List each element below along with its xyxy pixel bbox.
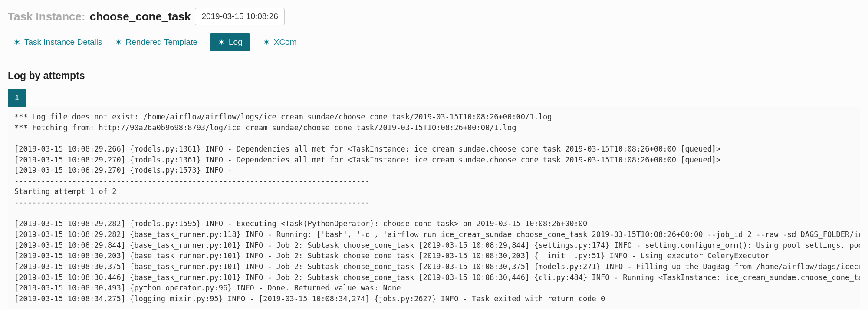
tab-label: Log (229, 37, 243, 47)
tab-rendered-template[interactable]: Rendered Template (115, 37, 197, 47)
attempt-tabs: 1 (8, 89, 860, 107)
task-instance-header: Task Instance: choose_cone_task 2019-03-… (8, 8, 860, 25)
attempt-tab-1[interactable]: 1 (8, 89, 26, 107)
execution-date-input[interactable]: 2019-03-15 10:08:26 (195, 8, 284, 25)
header-label: Task Instance: (8, 10, 85, 23)
tab-label: Task Instance Details (24, 37, 102, 47)
tab-label: Rendered Template (126, 37, 197, 47)
log-content: *** Log file does not exist: /home/airfl… (14, 112, 854, 304)
asterisk-icon (217, 38, 225, 46)
log-section-title: Log by attempts (8, 70, 860, 82)
asterisk-icon (115, 38, 122, 46)
tab-task-instance-details[interactable]: Task Instance Details (13, 37, 102, 47)
tab-xcom[interactable]: XCom (263, 37, 297, 47)
task-tabs: Task Instance Details Rendered Template … (8, 33, 860, 60)
tab-log[interactable]: Log (210, 33, 250, 51)
asterisk-icon (263, 38, 270, 46)
header-task-name: choose_cone_task (90, 10, 191, 23)
tab-label: XCom (274, 37, 297, 47)
log-output-box: *** Log file does not exist: /home/airfl… (8, 107, 860, 309)
asterisk-icon (13, 38, 21, 46)
